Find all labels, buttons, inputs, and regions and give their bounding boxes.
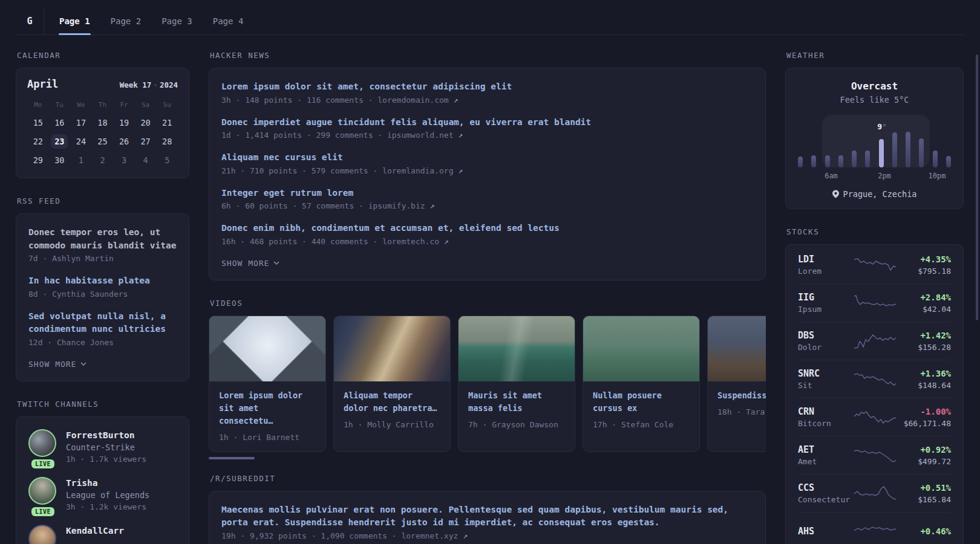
video-title[interactable]: Nullam posuere cursus ex	[593, 389, 690, 415]
subreddit-heading: /R/SUBREDDIT	[210, 474, 766, 483]
hn-show-more-button[interactable]: SHOW MORE	[221, 259, 753, 268]
app-logo[interactable]: G	[16, 8, 44, 34]
rss-item: In hac habitasse platea 8d · Cynthia Sau…	[28, 274, 177, 300]
hn-item-meta: 21h · 710 points · 579 comments · loreml…	[221, 164, 753, 177]
weather-section: WEATHER Overcast Feels like 5°C	[785, 51, 964, 209]
hn-item-title[interactable]: Integer eget rutrum lorem	[221, 187, 753, 200]
stock-row[interactable]: SNRC Sit +1.36% $148.64	[798, 360, 951, 398]
stock-row[interactable]: DBS Dolor +1.42% $156.28	[798, 322, 951, 360]
weekday-label: Fr	[113, 99, 135, 113]
video-thumbnail[interactable]	[583, 316, 699, 381]
show-more-label: SHOW MORE	[28, 360, 76, 369]
external-link-icon[interactable]: ↗	[458, 166, 463, 175]
video-title[interactable]: Aliquam tempor dolor nec pharetra…	[344, 389, 440, 415]
video-thumbnail[interactable]	[459, 316, 575, 381]
stock-row[interactable]: AET Amet +0.92% $499.72	[798, 436, 951, 474]
channel-name[interactable]: KendallCarr	[66, 525, 124, 537]
video-card[interactable]: Mauris sit amet massa felis 7h · Grayson…	[458, 316, 575, 452]
calendar-day: 19	[113, 113, 135, 132]
stock-row[interactable]: LDI Lorem +4.35% $795.18	[798, 246, 951, 283]
weather-condition: Overcast	[798, 80, 951, 92]
weather-hourly-chart: 9°	[798, 115, 951, 167]
channel-meta: 3h · 1.2k viewers	[66, 501, 149, 513]
calendar-day: 30	[49, 151, 71, 169]
hn-item: Lorem ipsum dolor sit amet, consectetur …	[221, 80, 753, 106]
video-card[interactable]: Aliquam tempor dolor nec pharetra… 1h · …	[333, 316, 451, 452]
channel-game[interactable]: Counter-Strike	[66, 441, 146, 453]
rss-show-more-button[interactable]: SHOW MORE	[28, 360, 177, 369]
stock-symbol: AHS	[798, 525, 853, 537]
rss-item-title[interactable]: Donec tempor eros leo, ut commodo mauris…	[28, 226, 177, 252]
stock-row[interactable]: IIG Ipsum +2.84% $42.04	[798, 283, 951, 322]
twitch-channel-row[interactable]: KendallCarr	[28, 525, 177, 544]
channel-game[interactable]: League of Legends	[66, 489, 149, 501]
videos-carousel: Lorem ipsum dolor sit amet consectetu… 1…	[209, 316, 766, 452]
stock-price: $42.04	[897, 303, 952, 315]
calendar-week-year: Week 17·2024	[120, 80, 178, 89]
video-card[interactable]: Lorem ipsum dolor sit amet consectetu… 1…	[209, 316, 326, 452]
video-title[interactable]: Suspendisse diam	[717, 389, 766, 402]
channel-name[interactable]: Trisha	[66, 477, 149, 489]
hn-item-title[interactable]: Lorem ipsum dolor sit amet, consectetur …	[221, 80, 753, 94]
stock-change: +1.36%	[897, 368, 952, 380]
external-link-icon[interactable]: ↗	[444, 237, 449, 246]
reddit-post-title[interactable]: Maecenas mollis pulvinar erat non posuer…	[221, 504, 753, 529]
stock-row[interactable]: AHS +0.46%	[798, 512, 951, 544]
avatar	[28, 429, 56, 457]
page-scrollbar-thumb[interactable]	[976, 54, 978, 320]
hn-item-meta: 3h · 148 points · 116 comments · loremdo…	[221, 94, 753, 106]
stock-row[interactable]: CCS Consectetur +0.51% $165.84	[798, 474, 951, 512]
video-thumbnail[interactable]	[209, 316, 325, 381]
tab-page-3[interactable]: Page 3	[151, 8, 203, 34]
stock-sparkline	[853, 294, 897, 312]
weekday-label: Su	[156, 99, 178, 113]
calendar-day: 29	[27, 151, 49, 169]
stocks-section: STOCKS LDI Lorem +4.35% $795.18	[785, 227, 964, 544]
chevron-down-icon	[273, 261, 279, 265]
channel-name[interactable]: ForrestBurton	[66, 429, 146, 441]
top-nav: G Page 1 Page 2 Page 3 Page 4	[16, 8, 964, 35]
stock-change: +0.51%	[897, 482, 952, 494]
calendar-day: 27	[135, 132, 157, 151]
video-thumbnail[interactable]	[708, 316, 766, 381]
video-title[interactable]: Lorem ipsum dolor sit amet consectetu…	[219, 389, 316, 427]
time-label: 2pm	[878, 172, 891, 180]
current-temp-label: 9°	[877, 122, 887, 131]
tab-page-4[interactable]: Page 4	[203, 8, 254, 34]
video-meta: 18h · Tara	[717, 407, 766, 416]
weather-location: Prague, Czechia	[798, 189, 951, 199]
tab-page-2[interactable]: Page 2	[100, 8, 152, 34]
videos-scrollbar-thumb[interactable]	[209, 457, 255, 459]
tab-page-1[interactable]: Page 1	[49, 8, 100, 34]
stock-price: $66,171.48	[897, 418, 952, 429]
hn-item-title[interactable]: Donec imperdiet augue tincidunt felis al…	[221, 116, 753, 129]
video-card[interactable]: Suspendisse diam 18h · Tara	[707, 316, 766, 452]
stock-symbol: CRN	[798, 406, 853, 418]
stock-name: Consectetur	[798, 494, 853, 505]
show-more-label: SHOW MORE	[221, 259, 269, 268]
twitch-channel-row[interactable]: LIVE ForrestBurton Counter-Strike 1h · 1…	[28, 429, 177, 465]
video-title[interactable]: Mauris sit amet massa felis	[468, 389, 565, 415]
twitch-section: TWITCH CHANNELS LIVE ForrestBurton Count…	[16, 400, 189, 544]
twitch-widget: LIVE ForrestBurton Counter-Strike 1h · 1…	[16, 416, 189, 544]
calendar-day-next-month: 2	[92, 151, 114, 169]
twitch-channel-row[interactable]: LIVE Trisha League of Legends 3h · 1.2k …	[28, 477, 177, 513]
channel-meta: 1h · 1.7k viewers	[66, 453, 146, 465]
rss-item-title[interactable]: In hac habitasse platea	[28, 274, 177, 288]
external-link-icon[interactable]: ↗	[454, 96, 459, 105]
stock-sparkline	[853, 370, 897, 388]
external-link-icon[interactable]: ↗	[463, 531, 468, 540]
external-link-icon[interactable]: ↗	[458, 131, 463, 140]
rss-item-title[interactable]: Sed volutpat nulla nisl, a condimentum n…	[28, 310, 177, 336]
stock-sparkline	[853, 408, 897, 426]
hn-item-title[interactable]: Aliquam nec cursus elit	[221, 151, 753, 164]
rss-item: Sed volutpat nulla nisl, a condimentum n…	[28, 310, 177, 349]
video-thumbnail[interactable]	[334, 316, 450, 381]
hn-item-title[interactable]: Donec enim nibh, condimentum et accumsan…	[221, 222, 753, 235]
external-link-icon[interactable]: ↗	[430, 201, 434, 210]
stock-price: $795.18	[897, 265, 952, 277]
hackernews-heading: HACKER NEWS	[210, 51, 766, 60]
video-card[interactable]: Nullam posuere cursus ex 17h · Stefan Co…	[583, 316, 700, 452]
weekday-label: Mo	[27, 99, 49, 113]
stock-row[interactable]: CRN Bitcorn -1.00% $66,171.48	[798, 398, 951, 436]
